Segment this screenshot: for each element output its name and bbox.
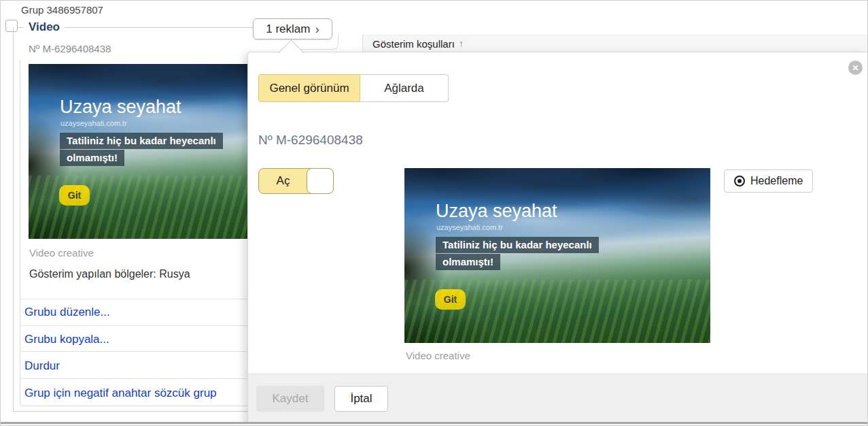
- page-bottom-edge: [1, 422, 867, 426]
- toggle-on-label: Aç: [259, 169, 307, 193]
- video-creative-preview-large[interactable]: Uzaya seyahat uzayseyahati.com.tr Tatili…: [404, 168, 710, 343]
- group-checkbox[interactable]: [5, 20, 18, 32]
- creative-message-line2: olmamıştı!: [60, 150, 124, 166]
- modal-ad-number: Nº M-6296408438: [258, 133, 363, 148]
- column-header-display-conditions[interactable]: Gösterim koşulları ↑: [362, 35, 868, 52]
- cancel-button[interactable]: İptal: [334, 386, 388, 412]
- creative-message-line2: olmamıştı!: [436, 254, 500, 270]
- toggle-knob[interactable]: [307, 168, 334, 194]
- sort-up-icon: ↑: [459, 38, 464, 49]
- ad-status-toggle[interactable]: Aç: [258, 168, 334, 194]
- tab-networks[interactable]: Ağlarda: [360, 74, 449, 102]
- tab-general-view[interactable]: Genel görünüm: [258, 74, 360, 102]
- modal-footer: Kaydet İptal: [248, 374, 868, 426]
- creative-url: uzayseyahati.com.tr: [436, 223, 503, 231]
- group-id-label: Grup 3486957807: [21, 4, 103, 16]
- page: Grup 3486957807 Video Nº M-6296408438 Uz…: [0, 0, 868, 426]
- creative-title: Uzaya seyahat: [60, 97, 181, 118]
- ads-count-label: 1 reklam: [266, 22, 310, 36]
- creative-title: Uzaya seyahat: [436, 201, 557, 222]
- save-button[interactable]: Kaydet: [256, 386, 324, 412]
- regions-label: Gösterim yapılan bölgeler: Rusya: [29, 268, 190, 280]
- targeting-button[interactable]: Hedefleme: [724, 169, 813, 193]
- ad-number: Nº M-6296408438: [29, 43, 111, 54]
- target-icon: [734, 176, 745, 186]
- targeting-label: Hedefleme: [750, 175, 803, 187]
- creative-cta-button[interactable]: Git: [435, 289, 466, 310]
- creative-cta-button[interactable]: Git: [59, 185, 90, 206]
- close-icon[interactable]: ✕: [848, 61, 863, 75]
- ads-count-button[interactable]: 1 reklam ›: [253, 18, 332, 39]
- ad-edit-modal: ✕ Genel görünüm Ağlarda Nº M-6296408438 …: [247, 52, 868, 426]
- modal-tabs: Genel görünüm Ağlarda: [258, 74, 449, 102]
- creative-message-line1: Tatiliniz hiç bu kadar heyecanlı: [436, 237, 599, 253]
- creative-message-line1: Tatiliniz hiç bu kadar heyecanlı: [60, 133, 223, 149]
- group-card-left-border: [13, 27, 14, 411]
- creative-caption: Video creative: [406, 350, 470, 361]
- group-type-label: Video: [24, 20, 65, 34]
- chevron-right-icon: ›: [315, 22, 319, 35]
- creative-caption: Video creative: [29, 247, 94, 259]
- creative-url: uzayseyahati.com.tr: [60, 119, 127, 127]
- column-header-label: Gösterim koşulları: [372, 38, 455, 50]
